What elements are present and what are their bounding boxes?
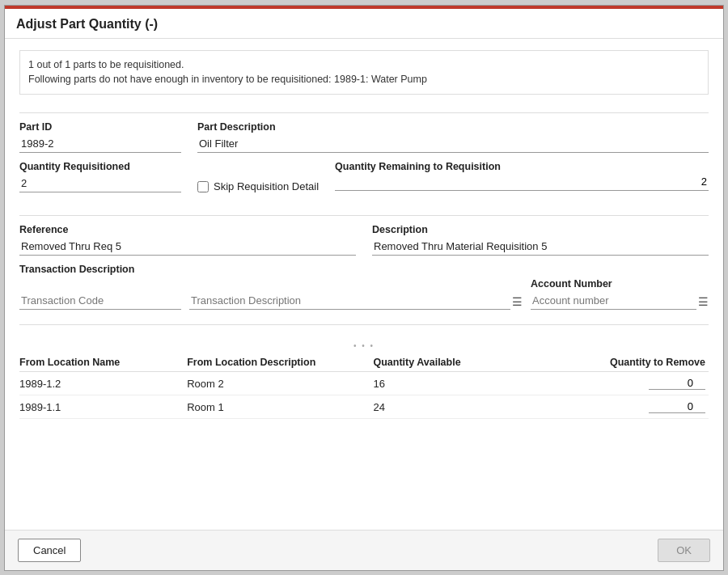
part-row: Part ID 1989-2 Part Description Oil Filt… (19, 121, 709, 153)
qty-available-cell: 16 (374, 372, 523, 395)
dialog-title-bar: Adjust Part Quantity (-) (5, 6, 723, 39)
qty-remaining-value: 2 (335, 174, 709, 191)
qty-to-remove-input[interactable] (649, 400, 705, 413)
reference-label: Reference (19, 224, 356, 235)
account-input[interactable] (531, 293, 696, 310)
reference-row: Reference Removed Thru Req 5 Description… (19, 224, 709, 256)
account-label: Account Number (531, 278, 709, 290)
ok-button[interactable]: OK (658, 539, 710, 562)
desc-value: Removed Thru Material Requisition 5 (372, 239, 709, 256)
trans-desc-container: ☰ (189, 293, 523, 310)
qty-requisitioned-field: Quantity Requisitioned 2 (19, 161, 181, 192)
reference-value: Removed Thru Req 5 (19, 239, 356, 256)
table-row: 1989-1.1 Room 1 24 (19, 395, 709, 419)
qty-to-remove-cell[interactable] (523, 372, 709, 395)
skip-checkbox-container: Skip Requisition Detail (197, 161, 319, 196)
transaction-section-label: Transaction Description (19, 264, 709, 275)
location-table: From Location Name From Location Descrip… (19, 353, 709, 419)
skip-requisition-row: Skip Requisition Detail (197, 180, 319, 196)
part-desc-field: Part Description Oil Filter (197, 121, 709, 153)
dialog-body: 1 out of 1 parts to be requisitioned. Fo… (5, 39, 723, 530)
table-header-row: From Location Name From Location Descrip… (19, 353, 709, 372)
info-line1: 1 out of 1 parts to be requisitioned. (28, 57, 700, 73)
qty-requisitioned-value: 2 (19, 175, 181, 192)
qty-remaining-field: Quantity Remaining to Requisition 2 (335, 161, 709, 191)
location-name-cell: 1989-1.1 (19, 395, 187, 419)
qty-requisitioned-label: Quantity Requisitioned (19, 161, 181, 172)
part-id-value: 1989-2 (19, 136, 181, 153)
qty-to-remove-cell[interactable] (523, 395, 709, 419)
part-desc-label: Part Description (197, 121, 709, 133)
trans-inputs-row: ☰ Account Number ☰ (19, 278, 709, 310)
location-desc-cell: Room 1 (187, 395, 373, 419)
account-input-container: ☰ (531, 293, 709, 310)
separator3 (19, 324, 709, 325)
qty-available-cell: 24 (374, 395, 523, 419)
info-box: 1 out of 1 parts to be requisitioned. Fo… (19, 50, 709, 95)
trans-desc-input[interactable] (189, 293, 510, 310)
account-field: Account Number ☰ (531, 278, 709, 310)
trans-code-input[interactable] (19, 293, 181, 310)
transaction-section-label-field: Transaction Description ☰ Account Number… (19, 264, 709, 313)
quantity-row: Quantity Requisitioned 2 Skip Requisitio… (19, 161, 709, 196)
from-location-name-header: From Location Name (19, 353, 187, 372)
reference-field: Reference Removed Thru Req 5 (19, 224, 356, 256)
qty-available-header: Quantity Available (374, 353, 523, 372)
dialog-title: Adjust Part Quantity (-) (16, 17, 158, 31)
separator1 (19, 112, 709, 113)
account-menu-icon[interactable]: ☰ (698, 296, 709, 310)
table-row: 1989-1.2 Room 2 16 (19, 372, 709, 395)
adjust-part-quantity-dialog: Adjust Part Quantity (-) 1 out of 1 part… (4, 5, 724, 571)
location-table-section: • • • From Location Name From Location D… (19, 341, 709, 419)
drag-handle: • • • (19, 341, 709, 350)
skip-requisition-checkbox[interactable] (197, 181, 209, 192)
desc-label: Description (372, 224, 709, 235)
skip-requisition-label: Skip Requisition Detail (214, 180, 319, 192)
part-id-label: Part ID (19, 121, 181, 133)
qty-to-remove-header: Quantity to Remove (523, 353, 709, 372)
qty-to-remove-input[interactable] (649, 377, 705, 390)
info-line2: Following parts do not have enough in in… (28, 72, 700, 87)
dialog-footer: Cancel OK (5, 530, 723, 570)
location-name-cell: 1989-1.2 (19, 372, 187, 395)
separator2 (19, 215, 709, 216)
cancel-button[interactable]: Cancel (18, 539, 81, 562)
transaction-section: Transaction Description ☰ Account Number… (19, 264, 709, 313)
location-desc-cell: Room 2 (187, 372, 373, 395)
trans-desc-menu-icon[interactable]: ☰ (512, 296, 523, 310)
part-desc-value: Oil Filter (197, 136, 709, 153)
desc-field: Description Removed Thru Material Requis… (372, 224, 709, 256)
trans-code-container (19, 293, 181, 310)
qty-remaining-label: Quantity Remaining to Requisition (335, 161, 709, 172)
part-id-field: Part ID 1989-2 (19, 121, 181, 153)
from-location-desc-header: From Location Description (187, 353, 373, 372)
